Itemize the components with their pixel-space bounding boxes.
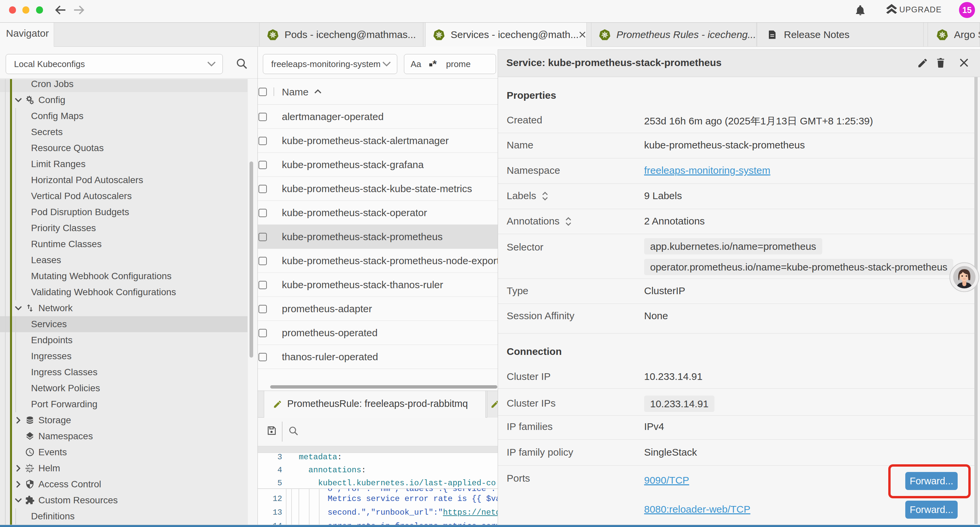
svg-text:HELM: HELM (26, 467, 34, 470)
